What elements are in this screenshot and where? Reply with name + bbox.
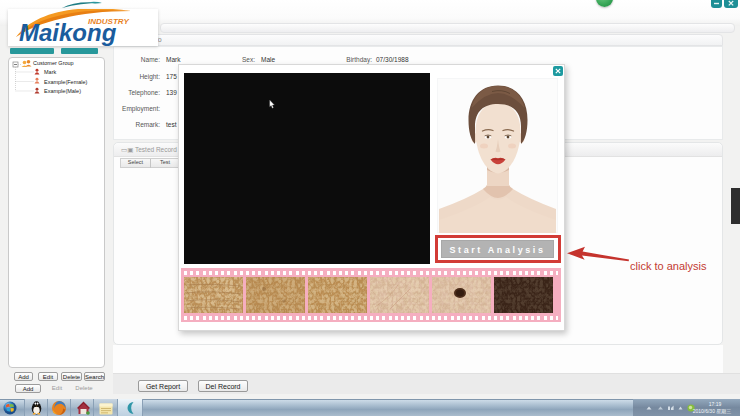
- svg-text:Maikong: Maikong: [19, 19, 117, 46]
